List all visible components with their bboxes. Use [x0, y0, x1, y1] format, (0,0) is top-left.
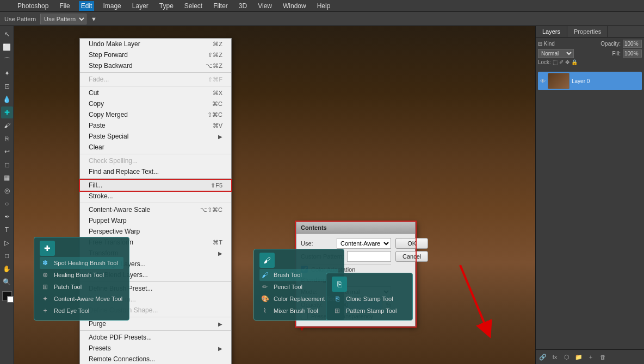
menu-stroke[interactable]: Stroke... [80, 191, 231, 202]
layer-menu[interactable]: Layer [130, 1, 151, 11]
edit-menu[interactable]: Edit [79, 1, 95, 11]
kind-label: ⊟ Kind [538, 41, 555, 47]
menu-paste-special[interactable]: Paste Special▶ [80, 131, 231, 142]
select-menu[interactable]: Select [182, 1, 205, 11]
quick-select-tool[interactable]: ✦ [1, 67, 13, 79]
clone-tool[interactable]: ⎘ [1, 133, 13, 145]
eye-icon[interactable]: 👁 [540, 78, 546, 84]
new-layer-btn[interactable]: + [586, 352, 596, 362]
new-group-btn[interactable]: 📁 [574, 352, 584, 362]
window-menu[interactable]: Window [281, 1, 308, 11]
help-menu[interactable]: Help [315, 1, 333, 11]
link-layers-btn[interactable]: 🔗 [538, 352, 548, 362]
lasso-tool[interactable]: ⌒ [1, 54, 13, 66]
hand-tool[interactable]: ✋ [1, 263, 13, 275]
menu-copy[interactable]: Copy⌘C [80, 98, 231, 109]
crop-tool[interactable]: ⊡ [1, 80, 13, 92]
menu-cut[interactable]: Cut⌘X [80, 87, 231, 98]
file-menu[interactable]: File [57, 1, 72, 11]
shape-tool[interactable]: □ [1, 250, 13, 262]
red-eye-item[interactable]: + Red Eye Tool [40, 305, 123, 317]
pattern-select[interactable]: Use Pattern [40, 14, 86, 24]
type-tool[interactable]: T [1, 224, 13, 236]
menu-perspective-warp[interactable]: Perspective Warp [80, 226, 231, 237]
healing-icon: ✚ [44, 244, 51, 253]
clone-stamp-item[interactable]: ⎘ Clone Stamp Tool [332, 293, 407, 305]
move-tool[interactable]: ↖ [1, 28, 13, 40]
custom-pattern-input[interactable] [347, 251, 391, 262]
patch-tool-item[interactable]: ⊞ Patch Tool [40, 281, 123, 293]
history-brush[interactable]: ↩ [1, 146, 13, 158]
menu-copy-merged[interactable]: Copy Merged⇧⌘C [80, 109, 231, 120]
eraser-tool[interactable]: ◻ [1, 159, 13, 171]
left-toolbar: ↖ ⬜ ⌒ ✦ ⊡ 💧 ✚ 🖌 ⎘ ↩ ◻ ▦ ◎ ○ ✒ T ▷ □ ✋ 🔍 [0, 26, 14, 364]
lock-icon-2[interactable]: ✐ [559, 59, 564, 65]
dodge-tool[interactable]: ○ [1, 198, 13, 210]
zoom-tool[interactable]: 🔍 [1, 276, 13, 288]
blend-mode-select[interactable]: Normal [538, 49, 574, 58]
blur-tool[interactable]: ◎ [1, 185, 13, 197]
menu-check-spelling[interactable]: Check Spelling... [80, 155, 231, 166]
type-menu[interactable]: Type [157, 1, 176, 11]
divider-5 [80, 203, 231, 203]
lock-row: Lock: ⬚ ✐ ✥ 🔒 [538, 59, 642, 65]
menu-presets[interactable]: Presets▶ [80, 343, 231, 354]
pattern-stamp-item[interactable]: ⊞ Pattern Stamp Tool [332, 305, 407, 317]
divider-3 [80, 154, 231, 154]
lock-icon-3[interactable]: ✥ [565, 59, 569, 65]
healing-brush-icon: ⊕ [41, 271, 49, 279]
ok-button[interactable]: OK [395, 238, 428, 249]
menu-pdf-presets[interactable]: Adobe PDF Presets... [80, 332, 231, 343]
path-select[interactable]: ▷ [1, 237, 13, 249]
cancel-button[interactable]: Cancel [395, 251, 428, 262]
menu-content-aware-scale[interactable]: Content-Aware Scale⌥⇧⌘C [80, 204, 231, 215]
photoshop-menu[interactable]: Photoshop [15, 1, 51, 11]
add-style-btn[interactable]: fx [550, 352, 560, 362]
add-mask-btn[interactable]: ⬡ [562, 352, 572, 362]
layers-tab[interactable]: Layers [536, 26, 567, 37]
content-aware-icon: ✦ [41, 294, 49, 303]
right-panel: Layers Properties ⊟ Kind Opacity: Normal… [535, 26, 644, 364]
content-aware-move-item[interactable]: ✦ Content-Aware Move Tool [40, 293, 123, 305]
patch-icon: ⊞ [41, 283, 49, 291]
menu-step-backward[interactable]: Step Backward⌥⌘Z [80, 60, 231, 71]
opacity-field[interactable] [623, 40, 642, 48]
use-select[interactable]: Content-Aware [337, 238, 391, 249]
menu-step-forward[interactable]: Step Forward⇧⌘Z [80, 49, 231, 60]
menu-clear[interactable]: Clear [80, 142, 231, 153]
panel-tabs: Layers Properties [536, 26, 644, 37]
menu-find-replace[interactable]: Find and Replace Text... [80, 166, 231, 177]
view-menu[interactable]: View [256, 1, 274, 11]
filter-menu[interactable]: Filter [211, 1, 230, 11]
menu-fade[interactable]: Fade...⇧⌘F [80, 74, 231, 85]
divider-8 [80, 330, 231, 331]
menu-paste[interactable]: Paste⌘V [80, 120, 231, 131]
marquee-tool[interactable]: ⬜ [1, 41, 13, 53]
menu-fill[interactable]: Fill...⇧F5 [80, 180, 231, 191]
menu-puppet-warp[interactable]: Puppet Warp [80, 215, 231, 226]
menu-remote[interactable]: Remote Connections... [80, 354, 231, 364]
pencil-icon: ✏ [261, 283, 269, 291]
fill-field[interactable] [623, 49, 642, 58]
brush-tooltip-icon-container: 🖌 [259, 253, 275, 268]
lock-label: Lock: [538, 59, 551, 65]
spot-healing-item[interactable]: ✽ Spot Healing Brush Tool [40, 257, 123, 269]
pen-tool[interactable]: ✒ [1, 211, 13, 223]
apple-menu[interactable] [4, 5, 9, 7]
healing-brush-item[interactable]: ⊕ Healing Brush Tool [40, 269, 123, 281]
lock-icon-1[interactable]: ⬚ [553, 59, 558, 65]
delete-layer-btn[interactable]: 🗑 [598, 352, 608, 362]
3d-menu[interactable]: 3D [237, 1, 249, 11]
menu-undo[interactable]: Undo Make Layer⌘Z [80, 39, 231, 49]
healing-tool[interactable]: ✚ [1, 106, 13, 118]
gradient-tool[interactable]: ▦ [1, 172, 13, 184]
brush-tool-btn[interactable]: 🖌 [1, 120, 13, 131]
layer-name: Layer 0 [572, 78, 590, 84]
image-menu[interactable]: Image [101, 1, 123, 11]
foreground-color[interactable] [2, 291, 12, 301]
background-color[interactable] [7, 296, 14, 303]
layer-0-item[interactable]: 👁 Layer 0 [538, 72, 642, 90]
eyedropper-tool[interactable]: 💧 [1, 93, 13, 105]
lock-icon-4[interactable]: 🔒 [571, 59, 578, 65]
properties-tab[interactable]: Properties [567, 26, 608, 37]
